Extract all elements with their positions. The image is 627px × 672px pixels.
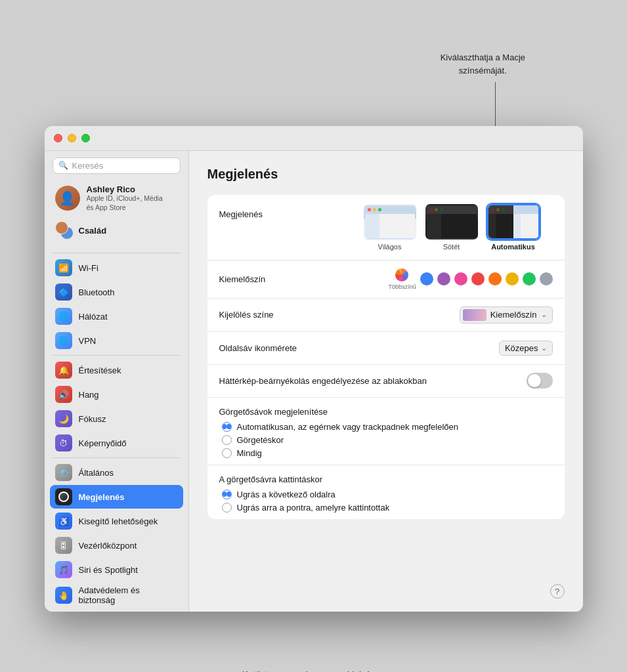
- sidebar-item-privacy[interactable]: 🤚 Adatvédelem és biztonság: [50, 582, 183, 608]
- appearance-section-label: Megjelenés: [219, 204, 364, 219]
- sidebar-size-value: Közepes: [505, 343, 538, 353]
- color-multicolor[interactable]: [395, 268, 408, 282]
- sidebar-label-notifications: Értesítések: [79, 366, 121, 375]
- wallpaper-row: Háttérkép-beárnyékolás engedélyezése az …: [207, 365, 565, 398]
- sidebar-item-wifi[interactable]: 📶 Wi-Fi: [50, 256, 183, 280]
- sidebar-label-accessibility: Kisegítő lehetőségek: [79, 516, 158, 526]
- user-subtitle: Apple ID, iCloud+, Médiaés App Store: [87, 194, 163, 212]
- scrollbar-option-auto[interactable]: Automatikusan, az egérnek vagy trackpadn…: [222, 422, 553, 432]
- sidebar-item-screentime[interactable]: ⏱ Képernyőidő: [50, 431, 183, 455]
- search-icon: 🔍: [58, 161, 68, 170]
- sidebar-nav: 📶 Wi-Fi 🔷 Bluetooth 🌐 Hálózat 🌐: [45, 256, 188, 612]
- selection-label: Kijelölés színe: [219, 310, 364, 320]
- selection-row: Kijelölés színe Kiemelőszín ⌄: [207, 299, 565, 332]
- appearance-icon: [55, 488, 72, 505]
- click-header: A görgetősávra kattintáskor: [219, 474, 553, 484]
- appearance-label-auto: Automatikus: [491, 243, 535, 251]
- screentime-icon: ⏱: [55, 434, 72, 452]
- maximize-button[interactable]: [81, 134, 90, 142]
- divider: [53, 253, 181, 253]
- click-label-spot: Ugrás arra a pontra, amelyre kattintotta…: [237, 503, 390, 513]
- notifications-icon: 🔔: [55, 362, 72, 379]
- help-button[interactable]: ?: [550, 584, 565, 598]
- scrollbar-option-always[interactable]: Mindig: [222, 448, 553, 458]
- sidebar-label-sound: Hang: [79, 390, 99, 400]
- sidebar-item-controlcenter[interactable]: 🎛 Vezérlőközpont: [50, 534, 183, 557]
- sidebar-item-notifications[interactable]: 🔔 Értesítések: [50, 358, 183, 382]
- sidebar-item-siri[interactable]: 🎵 Siri és Spotlight: [50, 558, 183, 581]
- highlight-label: Kiemelőszín: [219, 274, 364, 284]
- sound-icon: 🔊: [55, 386, 72, 403]
- chevron-down-icon-2: ⌄: [541, 344, 547, 352]
- color-blue[interactable]: [420, 272, 433, 285]
- color-orange[interactable]: [488, 272, 502, 285]
- close-button[interactable]: [54, 134, 62, 142]
- appearance-option-light[interactable]: Világos: [364, 204, 416, 251]
- color-gray[interactable]: [540, 272, 553, 285]
- selection-control-wrap: Kiemelőszín ⌄: [364, 306, 553, 324]
- user-info: Ashley Rico Apple ID, iCloud+, Médiaés A…: [87, 184, 163, 212]
- sidebar-size-dropdown[interactable]: Közepes ⌄: [499, 341, 553, 356]
- radio-next-page: [222, 490, 232, 499]
- search-box[interactable]: 🔍 Keresés: [53, 158, 181, 174]
- help-icon: ?: [555, 587, 559, 597]
- sidebar-label-vpn: VPN: [79, 336, 97, 346]
- sidebar-item-appearance[interactable]: Megjelenés: [50, 485, 183, 509]
- sidebar-label-focus: Fókusz: [79, 414, 106, 424]
- network-icon: 🌐: [55, 308, 72, 325]
- sidebar-item-network[interactable]: 🌐 Hálózat: [50, 304, 183, 328]
- sidebar-label-wifi: Wi-Fi: [79, 263, 98, 273]
- privacy-icon: 🤚: [55, 587, 72, 604]
- click-radio-group: Ugrás a következő oldalra Ugrás arra a p…: [219, 490, 553, 513]
- settings-panel: Megjelenés: [207, 195, 565, 519]
- sidebar-label-siri: Siri és Spotlight: [79, 565, 138, 575]
- color-yellow[interactable]: [506, 272, 519, 285]
- color-red[interactable]: [471, 272, 485, 285]
- appearance-option-dark[interactable]: Sötét: [425, 204, 478, 251]
- click-option-spot[interactable]: Ugrás arra a pontra, amelyre kattintotta…: [222, 503, 553, 513]
- appearance-row: Megjelenés: [207, 195, 565, 261]
- sidebar-item-focus[interactable]: 🌙 Fókusz: [50, 407, 183, 430]
- radio-auto: [222, 422, 232, 432]
- scrollbars-header: Görgetősávok megjelenítése: [219, 407, 553, 417]
- sidebar-items: 👤 Ashley Rico Apple ID, iCloud+, Médiaés…: [45, 179, 188, 612]
- sidebar-label-screentime: Képernyőidő: [79, 438, 127, 448]
- main-content: Megjelenés Megjelenés: [189, 151, 583, 612]
- click-label-next-page: Ugrás a következő oldalra: [237, 490, 335, 499]
- appearance-thumb-dark: [425, 204, 478, 240]
- sidebar-label-network: Hálózat: [79, 312, 108, 322]
- avatar: 👤: [55, 186, 80, 211]
- highlight-row: Kiemelőszín Többszínű: [207, 261, 565, 299]
- sidebar-item-user[interactable]: 👤 Ashley Rico Apple ID, iCloud+, Médiaés…: [50, 179, 183, 217]
- sidebar-label-bluetooth: Bluetooth: [79, 287, 115, 297]
- sidebar-item-sound[interactable]: 🔊 Hang: [50, 383, 183, 406]
- appearance-thumb-light: [364, 204, 416, 240]
- scrollbar-radio-group: Automatikusan, az egérnek vagy trackpadn…: [219, 422, 553, 458]
- highlight-control: Többszínű: [364, 268, 553, 290]
- wifi-icon: 📶: [55, 259, 72, 276]
- radio-spot: [222, 503, 232, 513]
- click-option-next-page[interactable]: Ugrás a következő oldalra: [222, 490, 553, 499]
- selection-dropdown[interactable]: Kiemelőszín ⌄: [460, 306, 553, 324]
- sidebar-item-vpn[interactable]: 🌐 VPN: [50, 329, 183, 352]
- sidebar-size-label: Oldalsáv ikonmérete: [219, 343, 364, 353]
- sidebar-item-family[interactable]: Család: [50, 217, 183, 243]
- radio-scrolling: [222, 435, 232, 445]
- sidebar-item-bluetooth[interactable]: 🔷 Bluetooth: [50, 280, 183, 304]
- selection-color-preview: [463, 309, 486, 321]
- color-purple[interactable]: [437, 272, 450, 285]
- sidebar-item-general[interactable]: ⚙️ Általános: [50, 461, 183, 484]
- sidebar-item-accessibility[interactable]: ♿ Kisegítő lehetőségek: [50, 509, 183, 533]
- callout-top: Kiválaszthatja a Macje színsémáját.: [441, 51, 525, 77]
- color-pink[interactable]: [454, 272, 467, 285]
- wallpaper-toggle[interactable]: [527, 373, 553, 388]
- appearance-option-auto[interactable]: Automatikus: [487, 204, 540, 251]
- sidebar-label-privacy: Adatvédelem és biztonság: [79, 585, 178, 605]
- radio-always: [222, 448, 232, 458]
- scrollbars-section: Görgetősávok megjelenítése Automatikusan…: [207, 398, 565, 465]
- selection-value: Kiemelőszín: [490, 310, 537, 320]
- color-green[interactable]: [523, 272, 536, 285]
- minimize-button[interactable]: [68, 134, 76, 142]
- scrollbar-option-scrolling[interactable]: Görgetéskor: [222, 435, 553, 445]
- click-section: A görgetősávra kattintáskor Ugrás a köve…: [207, 465, 565, 519]
